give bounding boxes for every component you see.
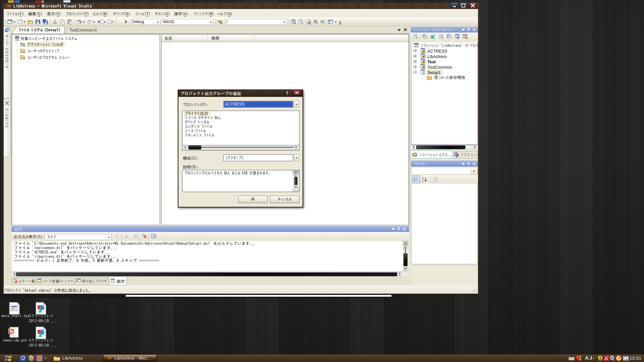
svg-text:Z: Z	[422, 179, 424, 182]
